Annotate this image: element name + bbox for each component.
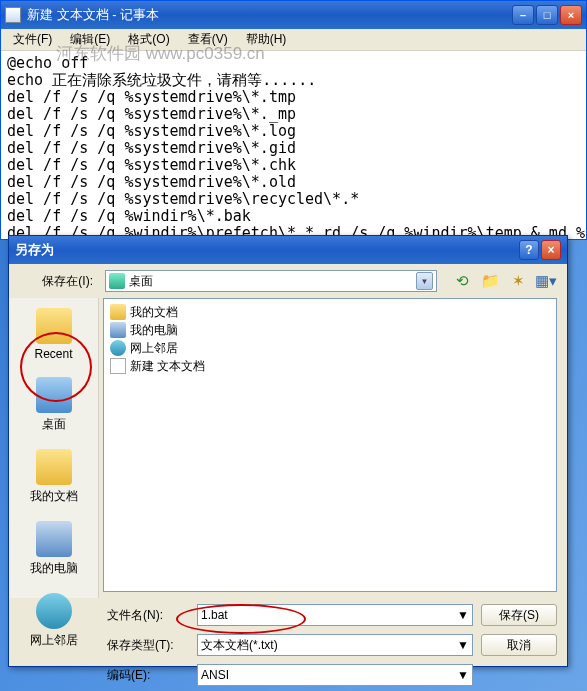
mydocs-icon [36,449,72,485]
notepad-window: 新建 文本文档 - 记事本 – □ × 文件(F) 编辑(E) 格式(O) 查看… [0,0,587,240]
network-icon [36,593,72,629]
filetype-combo[interactable]: 文本文档(*.txt) ▼ [197,634,473,656]
saveas-dialog: 另存为 ? × 保存在(I): 桌面 ▼ ⟲ 📁 ✶ ▦▾ Recent [8,235,568,667]
dialog-titlebar[interactable]: 另存为 ? × [9,236,567,264]
encoding-combo[interactable]: ANSI ▼ [197,664,473,686]
savein-value: 桌面 [129,273,416,290]
list-item[interactable]: 网上邻居 [108,339,552,357]
filetype-label: 保存类型(T): [107,637,189,654]
dialog-help-button[interactable]: ? [519,240,539,260]
up-folder-icon[interactable]: 📁 [479,270,501,292]
dialog-toolbar: 保存在(I): 桌面 ▼ ⟲ 📁 ✶ ▦▾ [9,264,567,298]
mycomputer-icon [36,521,72,557]
chevron-down-icon[interactable]: ▼ [457,638,469,652]
menu-format[interactable]: 格式(O) [120,29,177,50]
new-folder-icon[interactable]: ✶ [507,270,529,292]
places-bar: Recent 桌面 我的文档 我的电脑 网上邻居 [9,298,99,598]
filename-label: 文件名(N): [107,607,189,624]
minimize-button[interactable]: – [512,5,534,25]
place-recent[interactable]: Recent [17,304,91,365]
notepad-titlebar[interactable]: 新建 文本文档 - 记事本 – □ × [1,1,586,29]
place-label: 桌面 [17,416,91,433]
desktop-icon [109,273,125,289]
view-menu-icon[interactable]: ▦▾ [535,270,557,292]
menu-edit[interactable]: 编辑(E) [62,29,118,50]
dialog-close-button[interactable]: × [541,240,561,260]
menu-help[interactable]: 帮助(H) [238,29,295,50]
close-button[interactable]: × [560,5,582,25]
place-label: 网上邻居 [17,632,91,649]
notepad-icon [5,7,21,23]
desktop-place-icon [36,377,72,413]
place-desktop[interactable]: 桌面 [17,373,91,437]
dialog-title: 另存为 [15,241,519,259]
folder-icon [110,304,126,320]
list-item[interactable]: 我的文档 [108,303,552,321]
savein-combo[interactable]: 桌面 ▼ [105,270,437,292]
dialog-fields: 文件名(N): ▼ 保存(S) 保存类型(T): 文本文档(*.txt) ▼ 取… [9,598,567,691]
encoding-value: ANSI [201,668,457,682]
computer-icon [110,322,126,338]
place-label: Recent [17,347,91,361]
chevron-down-icon[interactable]: ▼ [457,608,469,622]
notepad-textarea[interactable]: @echo off echo 正在清除系统垃圾文件，请稍等...... del … [1,51,586,239]
maximize-button[interactable]: □ [536,5,558,25]
list-item-label: 我的电脑 [130,322,178,339]
list-item[interactable]: 我的电脑 [108,321,552,339]
textfile-icon [110,358,126,374]
filetype-value: 文本文档(*.txt) [201,637,457,654]
file-list[interactable]: 我的文档 我的电脑 网上邻居 新建 文本文档 [103,298,557,592]
notepad-menubar: 文件(F) 编辑(E) 格式(O) 查看(V) 帮助(H) [1,29,586,51]
filename-combo[interactable]: ▼ [197,604,473,626]
go-back-icon[interactable]: ⟲ [451,270,473,292]
cancel-button[interactable]: 取消 [481,634,557,656]
place-network[interactable]: 网上邻居 [17,589,91,653]
network-icon [110,340,126,356]
list-item-label: 我的文档 [130,304,178,321]
place-label: 我的电脑 [17,560,91,577]
chevron-down-icon[interactable]: ▼ [457,668,469,682]
menu-file[interactable]: 文件(F) [5,29,60,50]
place-mydocs[interactable]: 我的文档 [17,445,91,509]
savein-label: 保存在(I): [19,273,99,290]
filename-input[interactable] [201,608,457,622]
list-item-label: 网上邻居 [130,340,178,357]
save-button[interactable]: 保存(S) [481,604,557,626]
place-label: 我的文档 [17,488,91,505]
place-mycomputer[interactable]: 我的电脑 [17,517,91,581]
menu-view[interactable]: 查看(V) [180,29,236,50]
chevron-down-icon[interactable]: ▼ [416,272,433,290]
notepad-title: 新建 文本文档 - 记事本 [27,6,512,24]
encoding-label: 编码(E): [107,667,189,684]
list-item-label: 新建 文本文档 [130,358,205,375]
list-item[interactable]: 新建 文本文档 [108,357,552,375]
recent-icon [36,308,72,344]
